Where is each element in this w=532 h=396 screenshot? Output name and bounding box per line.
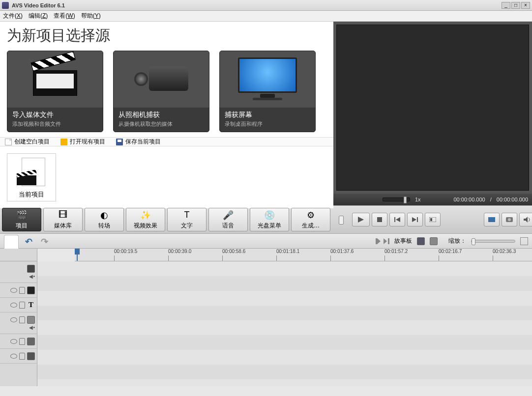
track-lanes[interactable] — [37, 261, 532, 386]
card-capture-camera[interactable]: 从照相机捕获从摄像机获取您的媒体 — [113, 51, 209, 132]
project-area: 当前项目 — [0, 146, 333, 208]
project-toolbar: 创建空白项目 打开现有项目 保存当前项目 — [0, 137, 333, 146]
tab-icon: ✨ — [140, 210, 151, 221]
lock-icon[interactable] — [19, 353, 25, 360]
tracks-area: ◀• T ◀• — [0, 261, 532, 386]
tab-text[interactable]: T文字 — [167, 208, 207, 231]
svg-rect-2 — [394, 217, 395, 222]
main-toolbar: 🎬项目🎞媒体库◐转场✨视频效果T文字🎤语音💿光盘菜单⚙生成… — [0, 205, 532, 234]
ruler-tick: 00:02:16.7 — [439, 249, 462, 254]
fullscreen-button[interactable] — [484, 213, 500, 226]
tab-produce[interactable]: ⚙生成… — [291, 208, 330, 231]
svg-rect-12 — [376, 238, 377, 244]
close-button[interactable]: × — [521, 2, 530, 9]
speed-slider[interactable] — [383, 198, 410, 201]
eye-icon[interactable] — [10, 339, 17, 344]
card-subtitle: 录制桌面和程序 — [225, 120, 310, 128]
track-head-effect[interactable] — [0, 283, 37, 298]
track-head-audio1[interactable] — [0, 334, 37, 349]
seek-slider[interactable] — [340, 217, 341, 222]
current-project-item[interactable]: 当前项目 — [7, 153, 56, 201]
card-capture-screen[interactable]: 捕获屏幕录制桌面和程序 — [219, 51, 316, 132]
timeline-view-icon[interactable] — [430, 237, 438, 245]
svg-rect-5 — [417, 217, 418, 222]
menu-edit[interactable]: 编辑(Z) — [29, 12, 48, 20]
track-head-text[interactable]: T — [0, 298, 37, 312]
eye-icon[interactable] — [10, 303, 17, 308]
lock-icon[interactable] — [19, 316, 25, 323]
stop-button[interactable] — [372, 213, 387, 226]
playhead[interactable] — [75, 249, 80, 255]
speed-label: 1x — [415, 197, 421, 202]
tab-icon: 💿 — [264, 210, 275, 221]
svg-marker-11 — [524, 217, 528, 223]
text-track-icon: T — [27, 301, 35, 309]
menu-help[interactable]: 帮助(Y) — [81, 12, 101, 20]
next-frame-button[interactable] — [407, 213, 423, 226]
zoom-slider[interactable] — [471, 240, 515, 243]
time-total: 00:00:00.000 — [497, 197, 528, 202]
tab-transition[interactable]: ◐转场 — [85, 208, 124, 231]
undo-button[interactable]: ↶ — [23, 236, 34, 246]
lock-icon[interactable] — [19, 338, 25, 345]
redo-button[interactable]: ↷ — [38, 236, 50, 246]
preview-panel: 1x 00:00:00.000 / 00:00:00.000 — [333, 22, 532, 205]
svg-marker-14 — [384, 238, 387, 244]
svg-rect-1 — [377, 217, 382, 222]
tab-media[interactable]: 🎞媒体库 — [43, 208, 83, 231]
svg-rect-8 — [488, 217, 495, 222]
tab-effects[interactable]: ✨视频效果 — [126, 208, 165, 231]
track-head-audio2[interactable] — [0, 349, 37, 364]
ruler-tick: 00:02:36.3 — [493, 249, 516, 254]
new-project-button[interactable]: 创建空白项目 — [5, 138, 50, 146]
svg-marker-13 — [377, 238, 381, 244]
svg-rect-7 — [430, 218, 432, 221]
eye-icon[interactable] — [10, 354, 17, 359]
overlay-track-icon — [27, 316, 35, 324]
timeline-ruler[interactable]: 00:00:19.500:00:39.000:00:58.600:01:18.1… — [75, 249, 532, 261]
ruler-tick: 00:00:58.6 — [222, 249, 245, 254]
tab-voice[interactable]: 🎤语音 — [208, 208, 248, 231]
track-head-video-main[interactable]: ◀• — [0, 261, 37, 283]
card-subtitle: 从摄像机获取您的媒体 — [118, 120, 204, 128]
svg-marker-3 — [396, 217, 400, 222]
tab-disc[interactable]: 💿光盘菜单 — [250, 208, 289, 231]
time-current: 00:00:00.000 — [453, 197, 485, 202]
menu-view[interactable]: 查看(W) — [54, 12, 75, 20]
save-project-button[interactable]: 保存当前项目 — [116, 138, 161, 146]
eye-icon[interactable] — [10, 317, 17, 322]
zoom-fit-button[interactable] — [520, 237, 528, 245]
open-project-button[interactable]: 打开现有项目 — [60, 138, 105, 146]
preview-screen[interactable] — [336, 25, 529, 191]
lock-icon[interactable] — [19, 287, 25, 294]
eye-icon[interactable] — [10, 288, 17, 293]
play-button[interactable] — [352, 213, 370, 226]
marker-end-icon[interactable] — [384, 238, 389, 244]
minimize-button[interactable]: _ — [502, 2, 510, 9]
prev-frame-button[interactable] — [389, 213, 405, 226]
track-head-video-overlay[interactable]: ◀• — [0, 312, 37, 334]
volume-button[interactable] — [519, 213, 532, 226]
tab-icon: 🎞 — [57, 210, 69, 221]
card-title: 导入媒体文件 — [12, 111, 98, 119]
maximize-button[interactable]: □ — [511, 2, 520, 9]
timeline-tab[interactable] — [4, 235, 19, 249]
marker-begin-icon[interactable] — [376, 238, 382, 244]
snapshot-button[interactable] — [502, 213, 517, 226]
storyboard-label[interactable]: 故事板 — [394, 237, 412, 245]
ruler-tick: 00:01:18.1 — [276, 249, 299, 254]
project-thumb-icon — [16, 157, 47, 188]
effect-track-icon — [27, 286, 35, 294]
tab-label: 光盘菜单 — [258, 222, 281, 230]
titlebar: AVS Video Editor 6.1 _ □ × — [0, 0, 532, 11]
card-subtitle: 添加视频和音频文件 — [12, 120, 98, 128]
menu-file[interactable]: 文件(X) — [3, 12, 23, 20]
card-import-media[interactable]: 导入媒体文件添加视频和音频文件 — [7, 51, 103, 132]
tab-label: 生成… — [302, 222, 320, 230]
lock-icon[interactable] — [19, 302, 25, 309]
ruler-tick: 00:01:57.2 — [384, 249, 408, 254]
playback-options-button[interactable] — [425, 213, 441, 226]
tab-project[interactable]: 🎬项目 — [2, 208, 41, 231]
ruler-tick: 00:00:39.0 — [168, 249, 191, 254]
storyboard-view-icon[interactable] — [417, 237, 425, 245]
